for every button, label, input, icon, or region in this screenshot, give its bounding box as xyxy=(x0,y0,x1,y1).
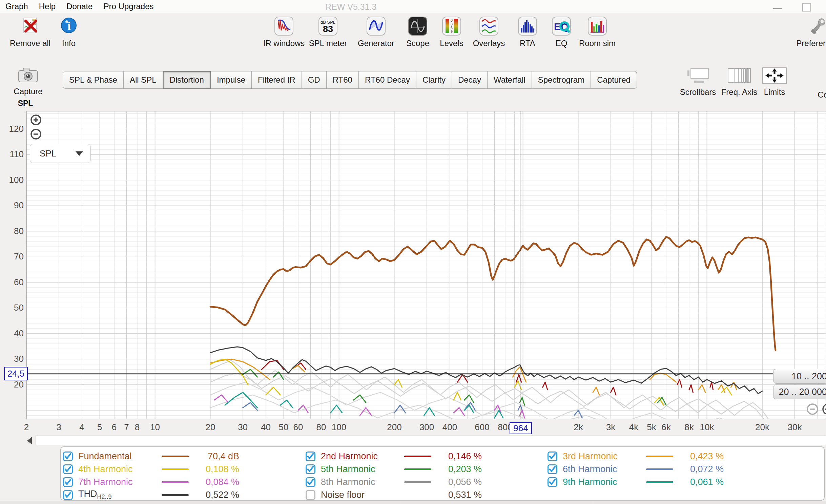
rew-window: GraphHelpDonatePro Upgrades REW V5.31.3 … xyxy=(0,0,826,504)
cursor-level-readout: 24,5 xyxy=(4,367,28,380)
graph-type-value: SPL xyxy=(40,148,76,159)
curve-9th-harmonic xyxy=(424,408,435,416)
toolbar-label: Preferences xyxy=(793,39,826,48)
tab-filtered-ir[interactable]: Filtered IR xyxy=(252,71,302,89)
legend-item-4th-harmonic: 4th Harmonic0,108 % xyxy=(63,463,239,476)
graph-type-dropdown[interactable]: SPL xyxy=(30,144,91,163)
tab-spl-phase[interactable]: SPL & Phase xyxy=(63,71,124,89)
tab-rt60-decay[interactable]: RT60 Decay xyxy=(359,71,416,89)
ir-windows-button[interactable]: IR windows xyxy=(259,16,309,48)
curve-3rd-harmonic xyxy=(718,385,725,393)
tab-rt60[interactable]: RT60 xyxy=(327,71,359,89)
svg-text:i: i xyxy=(67,20,70,32)
y-axis-tick: 70 xyxy=(0,251,24,262)
checkbox-4th-harmonic[interactable] xyxy=(63,464,73,474)
curve-7th-harmonic xyxy=(298,405,308,413)
tab-waterfall[interactable]: Waterfall xyxy=(488,71,532,89)
curve-3rd-harmonic xyxy=(699,385,705,393)
zoom-out-button[interactable] xyxy=(30,128,42,142)
checkbox-noise-floor[interactable] xyxy=(306,490,315,500)
maximize-button[interactable] xyxy=(802,3,811,12)
checkbox-5th-harmonic[interactable] xyxy=(306,464,315,474)
legend-value: 0,061 % xyxy=(673,477,724,487)
capture-button[interactable]: Capture xyxy=(6,66,50,96)
y-axis-tick: 30 xyxy=(0,354,24,364)
limits-icon xyxy=(762,79,787,85)
legend-item-thd: THDH2..90,522 % xyxy=(63,488,239,501)
zoom-in-button[interactable] xyxy=(30,114,42,127)
y-axis-tick: 90 xyxy=(0,200,24,211)
legend-item-6th-harmonic: 6th Harmonic0,072 % xyxy=(548,463,724,476)
curve-3rd-harmonic xyxy=(593,387,599,395)
horizontal-scrollbar[interactable] xyxy=(35,435,826,445)
legend-item-5th-harmonic: 5th Harmonic0,203 % xyxy=(306,463,482,476)
tab-decay[interactable]: Decay xyxy=(452,71,488,89)
legend-value: 0,084 % xyxy=(189,477,239,487)
checkbox-7th-harmonic[interactable] xyxy=(63,477,73,487)
tab-gd[interactable]: GD xyxy=(302,71,327,89)
checkbox-thd[interactable] xyxy=(63,490,73,500)
legend-item-8th-harmonic: 8th Harmonic0,056 % xyxy=(306,476,482,488)
capture-label: Capture xyxy=(6,87,50,96)
gear-icon: ⚙ xyxy=(823,82,826,88)
distortion-plot[interactable] xyxy=(26,111,826,419)
legend-line-swatch xyxy=(162,468,189,470)
tab-clarity[interactable]: Clarity xyxy=(416,71,452,89)
tab-spectrogram[interactable]: Spectrogram xyxy=(532,71,591,89)
button-label: Scrollbars xyxy=(678,87,718,97)
checkbox-6th-harmonic[interactable] xyxy=(548,464,557,474)
controls-button[interactable]: ⚙Controls xyxy=(812,67,826,100)
button-label: Limits xyxy=(759,87,790,97)
checkbox-9th-harmonic[interactable] xyxy=(548,477,557,487)
toolbar-label: SPL meter xyxy=(303,39,353,48)
x-zoom-out-button[interactable] xyxy=(806,402,819,417)
legend-value: 0,056 % xyxy=(431,477,482,487)
room-sim-button[interactable]: Room sim xyxy=(572,16,623,48)
curve-7th-harmonic xyxy=(454,408,464,416)
x-axis-tick: 2k xyxy=(563,422,594,433)
legend-item-7th-harmonic: 7th Harmonic0,084 % xyxy=(63,476,239,488)
legend-line-swatch xyxy=(646,468,673,470)
menu-pro-upgrades[interactable]: Pro Upgrades xyxy=(98,0,159,13)
tab-distortion[interactable]: Distortion xyxy=(163,71,211,89)
info-button[interactable]: iInfo xyxy=(43,16,94,48)
curve-7th-harmonic xyxy=(214,395,228,403)
tab-captured[interactable]: Captured xyxy=(591,71,637,89)
tab-all-spl[interactable]: All SPL xyxy=(124,71,163,89)
checkbox-fundamental[interactable] xyxy=(63,451,73,461)
scrollbar-left-arrow[interactable] xyxy=(27,437,32,444)
curve-2nd-harmonic xyxy=(710,382,713,390)
scrollbars-button[interactable]: Scrollbars xyxy=(678,67,718,97)
svg-text:83: 83 xyxy=(323,24,333,34)
y-axis-tick: 40 xyxy=(0,328,24,339)
preferences-button[interactable]: Preferences xyxy=(793,16,826,48)
tab-impulse[interactable]: Impulse xyxy=(211,71,252,89)
ir-windows-icon xyxy=(259,16,309,37)
legend-value: 0,146 % xyxy=(431,451,482,462)
x-axis-tick: 200 xyxy=(379,422,410,433)
legend-item-noise-floor: Noise floor0,531 % xyxy=(306,488,482,501)
freq-axis-button[interactable]: Freq. Axis xyxy=(719,67,760,97)
legend-value: 0,108 % xyxy=(189,464,239,475)
checkbox-3rd-harmonic[interactable] xyxy=(548,451,557,461)
freq-range-preset-10-200[interactable]: 10 .. 200 xyxy=(773,369,826,384)
minimize-button[interactable] xyxy=(773,8,782,9)
checkbox-2nd-harmonic[interactable] xyxy=(306,451,315,461)
curve-2nd-harmonic xyxy=(543,382,548,390)
checkbox-8th-harmonic[interactable] xyxy=(306,477,315,487)
svg-text:6: 6 xyxy=(451,26,453,30)
x-zoom-in-button[interactable] xyxy=(821,402,826,417)
menu-help[interactable]: Help xyxy=(34,0,61,13)
spl-meter-button[interactable]: dB SPL83SPL meter xyxy=(303,16,353,48)
legend-column: 3rd Harmonic0,423 %6th Harmonic0,072 %9t… xyxy=(548,450,724,488)
menu-donate[interactable]: Donate xyxy=(61,0,98,13)
freq-range-preset-20-20-000[interactable]: 20 .. 20 000 xyxy=(773,384,826,399)
svg-text:3: 3 xyxy=(451,22,453,26)
curve-9th-harmonic xyxy=(331,405,342,413)
x-axis-tick: 20 xyxy=(195,422,226,433)
menu-graph[interactable]: Graph xyxy=(0,0,34,13)
legend-label: 8th Harmonic xyxy=(321,477,404,487)
info-icon: i xyxy=(43,16,94,37)
limits-button[interactable]: Limits xyxy=(759,67,790,97)
y-axis-tick: 120 xyxy=(0,124,24,134)
